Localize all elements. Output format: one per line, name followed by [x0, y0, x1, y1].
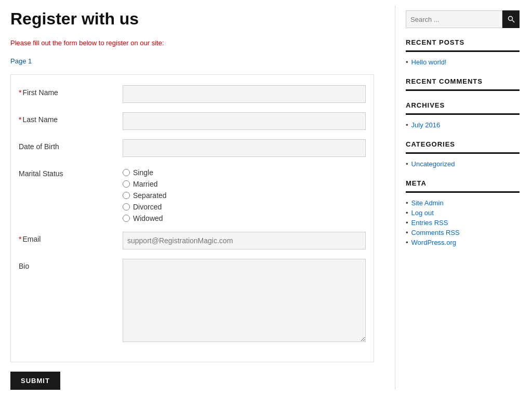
marital-status-row: Marital Status Single Married Separated [19, 166, 366, 222]
radio-widowed-input[interactable] [123, 215, 130, 222]
bio-row: Bio [19, 259, 366, 342]
recent-posts-list: Hello world! [406, 57, 520, 67]
email-input[interactable] [123, 232, 366, 249]
search-button[interactable] [502, 10, 520, 28]
recent-post-link[interactable]: Hello world! [411, 58, 447, 66]
list-item: Hello world! [406, 57, 520, 67]
required-indicator: * [19, 235, 21, 243]
radio-married-input[interactable] [123, 180, 130, 188]
radio-single-input[interactable] [123, 169, 130, 176]
recent-comments-title: RECENT COMMENTS [406, 77, 520, 91]
list-item: Entries RSS [406, 218, 520, 228]
recent-posts-section: RECENT POSTS Hello world! [406, 38, 520, 67]
meta-entries-rss-link[interactable]: Entries RSS [411, 219, 448, 227]
search-input[interactable] [406, 10, 502, 28]
sidebar: RECENT POSTS Hello world! RECENT COMMENT… [395, 5, 520, 390]
categories-title: CATEGORIES [406, 140, 520, 154]
list-item: Site Admin [406, 198, 520, 208]
bio-label: Bio [19, 259, 123, 270]
meta-comments-rss-link[interactable]: Comments RSS [411, 229, 460, 236]
dob-row: Date of Birth [19, 139, 366, 157]
meta-wordpress-link[interactable]: WordPress.org [411, 239, 456, 246]
archives-section: ARCHIVES July 2016 [406, 101, 520, 130]
list-item: WordPress.org [406, 238, 520, 247]
search-widget [406, 10, 520, 28]
dob-input[interactable] [123, 139, 366, 157]
first-name-label: *First Name [19, 85, 123, 97]
meta-site-admin-link[interactable]: Site Admin [411, 199, 444, 207]
list-item: July 2016 [406, 120, 520, 130]
radio-divorced[interactable]: Divorced [123, 203, 167, 211]
page-indicator: Page 1 [10, 57, 374, 65]
meta-title: META [406, 179, 520, 193]
required-indicator: * [19, 88, 21, 97]
submit-button[interactable]: SUBMIT [10, 372, 60, 390]
radio-single[interactable]: Single [123, 168, 167, 177]
radio-divorced-input[interactable] [123, 203, 130, 210]
last-name-row: *Last Name [19, 112, 366, 130]
radio-separated[interactable]: Separated [123, 191, 167, 200]
archives-list: July 2016 [406, 120, 520, 130]
svg-point-0 [508, 17, 512, 21]
marital-status-radio-group: Single Married Separated Divorced [123, 166, 167, 222]
category-link[interactable]: Uncategorized [411, 160, 455, 168]
email-row: *Email [19, 232, 366, 249]
last-name-label: *Last Name [19, 112, 123, 124]
meta-list: Site Admin Log out Entries RSS Comments … [406, 198, 520, 247]
page-title: Register with us [10, 9, 374, 29]
dob-label: Date of Birth [19, 139, 123, 151]
archives-title: ARCHIVES [406, 101, 520, 115]
recent-comments-section: RECENT COMMENTS [406, 77, 520, 91]
list-item: Comments RSS [406, 228, 520, 238]
marital-status-label: Marital Status [19, 166, 123, 178]
radio-widowed[interactable]: Widowed [123, 214, 167, 222]
categories-list: Uncategorized [406, 159, 520, 169]
first-name-input[interactable] [123, 85, 366, 103]
recent-posts-title: RECENT POSTS [406, 38, 520, 52]
categories-section: CATEGORIES Uncategorized [406, 140, 520, 169]
first-name-row: *First Name [19, 85, 366, 103]
meta-logout-link[interactable]: Log out [411, 209, 434, 217]
registration-form: *First Name *Last Name Date of Birth Mar… [10, 74, 374, 362]
main-content: Register with us Please fill out the for… [10, 5, 395, 390]
radio-married[interactable]: Married [123, 180, 167, 188]
svg-line-1 [512, 20, 514, 22]
last-name-input[interactable] [123, 112, 366, 130]
search-icon [507, 15, 515, 23]
list-item: Uncategorized [406, 159, 520, 169]
bio-textarea[interactable] [123, 259, 366, 342]
archive-link[interactable]: July 2016 [411, 121, 441, 129]
meta-section: META Site Admin Log out Entries RSS Comm… [406, 179, 520, 247]
form-intro: Please fill out the form below to regist… [10, 39, 374, 47]
required-indicator: * [19, 115, 21, 124]
list-item: Log out [406, 208, 520, 218]
radio-separated-input[interactable] [123, 192, 130, 199]
email-label: *Email [19, 232, 123, 243]
